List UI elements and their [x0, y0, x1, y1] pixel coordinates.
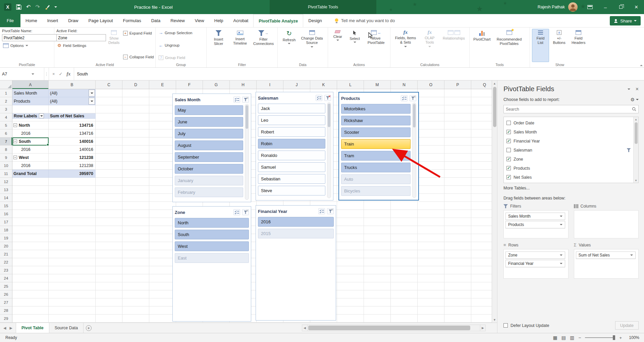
- pivot-row-label-cell[interactable]: −South: [12, 137, 49, 146]
- row-header[interactable]: 3: [0, 105, 12, 113]
- slicer-item[interactable]: August: [175, 140, 243, 150]
- brush-icon[interactable]: [45, 5, 50, 10]
- ribbon-tab[interactable]: Data: [146, 14, 165, 27]
- field-chip[interactable]: Sum of Net Sales: [576, 251, 636, 259]
- recommended-pivottables-button[interactable]: ★ Recommended PivotTables: [494, 29, 525, 62]
- relationships-button[interactable]: Relationships: [441, 29, 467, 62]
- name-box-input[interactable]: [2, 72, 29, 76]
- slicer-item[interactable]: Scooter: [341, 127, 411, 137]
- slicer-item[interactable]: 2015: [258, 229, 334, 238]
- scroll-down-icon[interactable]: ▼: [635, 178, 637, 183]
- column-header[interactable]: F: [176, 80, 203, 89]
- column-header[interactable]: K: [310, 80, 337, 89]
- collapse-button[interactable]: −: [13, 139, 17, 143]
- slicer-item[interactable]: Ronaldo: [258, 151, 325, 160]
- slicer-item[interactable]: May: [175, 105, 243, 115]
- horizontal-scroll-thumb[interactable]: [308, 326, 470, 330]
- ribbon-tab[interactable]: Review: [165, 14, 190, 27]
- pivot-row-label-cell[interactable]: −2016: [12, 146, 49, 154]
- ribbon-tab[interactable]: Formulas: [118, 14, 146, 27]
- row-header[interactable]: 24: [0, 274, 12, 282]
- new-sheet-button[interactable]: +: [84, 323, 94, 333]
- pane-close-icon[interactable]: ×: [636, 86, 639, 92]
- pivot-row-label-cell[interactable]: −West: [12, 154, 49, 162]
- field-chip[interactable]: Sales Month: [505, 213, 565, 220]
- insert-slicer-button[interactable]: Insert Slicer: [209, 29, 228, 62]
- column-header[interactable]: H: [230, 80, 257, 89]
- row-header[interactable]: 17: [0, 218, 12, 226]
- name-box[interactable]: [0, 68, 44, 80]
- slicer-item[interactable]: North: [175, 218, 249, 228]
- row-header[interactable]: 8: [0, 146, 12, 154]
- horizontal-scrollbar[interactable]: ◀ ▶: [302, 325, 486, 331]
- slicer-products[interactable]: Products × MotorbikesRickshawScooterTrai…: [338, 92, 419, 201]
- active-field-input[interactable]: [56, 34, 106, 41]
- slicer-financial-year[interactable]: Financial Year × 20162015: [256, 205, 336, 321]
- group-field-button[interactable]: 7Group Field: [158, 55, 193, 61]
- row-header[interactable]: 19: [0, 234, 12, 242]
- row-header[interactable]: 25: [0, 282, 12, 290]
- slicer-item[interactable]: Rickshaw: [341, 116, 411, 125]
- field-row[interactable]: Sales Month: [506, 127, 632, 136]
- clear-filter-icon[interactable]: ×: [324, 95, 331, 101]
- pivot-row-label-cell[interactable]: −2016: [12, 162, 49, 170]
- field-checkbox[interactable]: [506, 130, 511, 134]
- slicer-item[interactable]: Auto: [341, 174, 411, 184]
- scroll-left-icon[interactable]: ◀: [302, 325, 308, 331]
- slicer-item[interactable]: January: [175, 176, 243, 185]
- row-header[interactable]: 21: [0, 250, 12, 258]
- slicer-item[interactable]: October: [175, 164, 243, 174]
- slicer-item[interactable]: Robert: [258, 127, 325, 137]
- column-header[interactable]: A: [12, 80, 49, 89]
- sheet-tab[interactable]: Source Data: [49, 323, 84, 333]
- ribbon-tab[interactable]: Design: [303, 14, 327, 27]
- collapse-button[interactable]: −: [13, 123, 17, 127]
- row-header[interactable]: 7: [0, 137, 12, 146]
- field-checkbox[interactable]: [506, 166, 511, 170]
- zoom-in-icon[interactable]: +: [619, 335, 622, 340]
- field-chip[interactable]: Financial Year: [505, 260, 565, 267]
- field-checkbox[interactable]: [506, 139, 511, 143]
- slicer-item[interactable]: Trucks: [341, 163, 411, 172]
- update-button[interactable]: Update: [615, 321, 639, 330]
- collapse-ribbon-icon[interactable]: [640, 65, 643, 66]
- ribbon-tab[interactable]: Help: [209, 14, 228, 27]
- undo-icon[interactable]: ↶: [26, 4, 31, 10]
- vertical-scroll-thumb[interactable]: [493, 87, 496, 127]
- select-button[interactable]: Select: [347, 29, 363, 62]
- field-list-scroll-thumb[interactable]: [635, 122, 638, 144]
- row-header[interactable]: 20: [0, 242, 12, 250]
- ribbon-tab[interactable]: View: [190, 14, 209, 27]
- row-header[interactable]: 29: [0, 315, 12, 323]
- clear-filter-icon[interactable]: ×: [242, 97, 249, 103]
- grid-body[interactable]: 1234567891011121314151617181920212223242…: [0, 89, 492, 323]
- ribbon-tab[interactable]: PivotTable Analyze: [253, 14, 303, 27]
- row-header[interactable]: 14: [0, 194, 12, 202]
- column-header[interactable]: D: [122, 80, 149, 89]
- slicer-item[interactable]: Steve: [258, 186, 325, 195]
- redo-icon[interactable]: ↷: [35, 4, 40, 10]
- zoom-out-icon[interactable]: −: [578, 335, 581, 340]
- avatar[interactable]: [568, 2, 578, 12]
- search-box[interactable]: [503, 105, 639, 113]
- save-icon[interactable]: [16, 4, 21, 10]
- multi-select-icon[interactable]: [316, 95, 322, 101]
- field-row[interactable]: Order Date: [506, 118, 632, 127]
- field-settings-button[interactable]: ⚙Field Settings: [56, 43, 106, 48]
- slicer-item[interactable]: Motorbikes: [341, 104, 411, 114]
- multi-select-icon[interactable]: [401, 95, 408, 101]
- scroll-up-icon[interactable]: ▲: [635, 117, 637, 122]
- row-header[interactable]: 28: [0, 306, 12, 315]
- column-header[interactable]: N: [391, 80, 418, 89]
- filter-connections-button[interactable]: ↔ Filter Connections: [252, 29, 275, 62]
- columns-dropzone[interactable]: [574, 210, 639, 238]
- slicer-item[interactable]: Leo: [258, 115, 325, 125]
- column-header[interactable]: M: [364, 80, 391, 89]
- values-header-cell[interactable]: Sum of Net Sales: [49, 113, 96, 119]
- minimize-icon[interactable]: –: [598, 0, 613, 14]
- slicer-item[interactable]: September: [175, 152, 243, 162]
- field-list-button[interactable]: Field List: [532, 29, 549, 62]
- field-checkbox[interactable]: [506, 148, 511, 152]
- sheet-tab[interactable]: Pivot Table: [16, 323, 49, 333]
- fields-items-sets-button[interactable]: fx Fields, Items & Sets: [392, 29, 419, 62]
